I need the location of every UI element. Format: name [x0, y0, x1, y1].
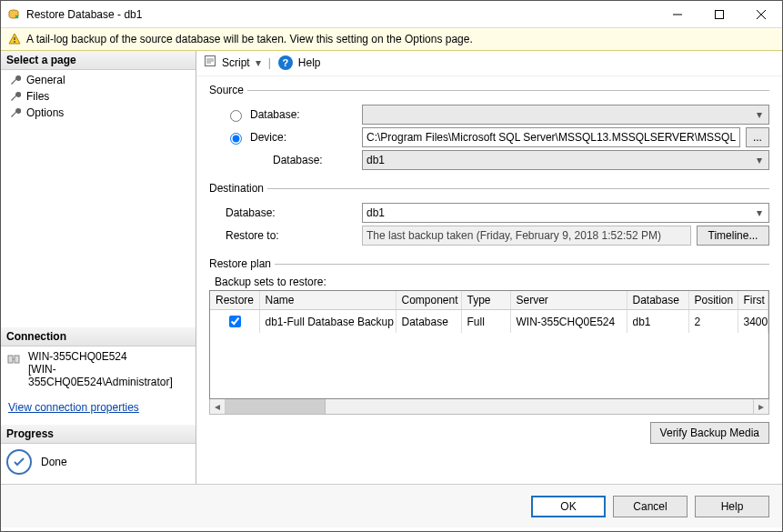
progress-header: Progress — [1, 425, 196, 444]
cell-component: Database — [396, 310, 461, 334]
restore-plan-group: Restore plan Backup sets to restore: Res… — [209, 257, 769, 475]
cell-first-lsn: 34000000134400 — [738, 310, 768, 334]
cancel-button[interactable]: Cancel — [613, 496, 688, 517]
minimize-button[interactable] — [657, 1, 698, 28]
cell-database: db1 — [627, 310, 688, 334]
help-button[interactable]: Help — [298, 56, 321, 69]
page-label: Files — [26, 90, 49, 103]
source-database-combo[interactable]: ▾ — [362, 105, 769, 125]
window-title: Restore Database - db1 — [26, 8, 657, 21]
connection-server: WIN-355CHQ0E524 — [28, 350, 190, 363]
chevron-down-icon: ▾ — [752, 107, 767, 122]
view-connection-properties-link[interactable]: View connection properties — [8, 401, 139, 414]
done-icon — [6, 449, 32, 475]
chevron-down-icon: ▾ — [752, 153, 767, 167]
col-database[interactable]: Database — [627, 291, 688, 310]
warning-icon — [8, 33, 21, 45]
col-component[interactable]: Component — [396, 291, 461, 310]
connection-info: WIN-355CHQ0E524 [WIN-355CHQ0E524\Adminis… — [1, 346, 196, 397]
source-database-radio[interactable] — [230, 110, 242, 122]
page-label: Options — [26, 106, 64, 119]
warning-bar: A tail-log backup of the source database… — [1, 28, 782, 51]
cell-type: Full — [461, 310, 510, 334]
backup-sets-table: Restore Name Component Type Server Datab… — [209, 290, 769, 399]
source-db-sub-label: Database: — [273, 154, 323, 166]
svg-rect-2 — [716, 10, 724, 18]
help-icon: ? — [278, 55, 293, 70]
page-list: General Files Options — [1, 70, 196, 128]
page-options[interactable]: Options — [5, 105, 192, 121]
cell-position: 2 — [688, 310, 738, 334]
cell-name: db1-Full Database Backup — [259, 310, 396, 334]
help-button[interactable]: Help — [695, 496, 769, 517]
source-device-radio[interactable] — [230, 133, 242, 145]
scroll-left-icon[interactable]: ◂ — [210, 399, 226, 414]
script-dropdown-arrow[interactable]: ▾ — [256, 56, 261, 69]
source-db-sub-combo[interactable]: db1 ▾ — [362, 150, 769, 170]
browse-device-button[interactable]: ... — [746, 127, 769, 147]
restore-to-field — [362, 226, 691, 246]
source-database-label: Database: — [250, 108, 300, 121]
scroll-thumb[interactable] — [226, 399, 326, 414]
page-files[interactable]: Files — [5, 88, 192, 105]
source-db-sub-value: db1 — [366, 154, 385, 166]
app-icon — [6, 7, 21, 22]
connection-user: [WIN-355CHQ0E524\Administrator] — [28, 363, 190, 388]
wrench-icon — [10, 75, 21, 85]
select-page-header: Select a page — [1, 51, 196, 70]
script-button[interactable]: Script — [222, 56, 250, 69]
page-label: General — [26, 74, 65, 86]
restore-to-label: Restore to: — [226, 229, 279, 242]
wrench-icon — [10, 91, 21, 102]
backup-sets-subheader: Backup sets to restore: — [209, 276, 769, 288]
destination-database-value: db1 — [366, 206, 385, 219]
server-icon — [6, 352, 21, 366]
content-pane: Script ▾ | ? Help Source Database: ▾ — [196, 51, 782, 484]
col-type[interactable]: Type — [461, 291, 510, 310]
ok-button[interactable]: OK — [531, 496, 606, 517]
timeline-button[interactable]: Timeline... — [697, 226, 769, 246]
page-general[interactable]: General — [5, 72, 192, 88]
col-position[interactable]: Position — [688, 291, 738, 310]
source-legend: Source — [209, 84, 247, 96]
cell-server: WIN-355CHQ0E524 — [510, 310, 627, 334]
verify-backup-media-button[interactable]: Verify Backup Media — [650, 422, 769, 444]
col-server[interactable]: Server — [510, 291, 627, 310]
svg-line-4 — [757, 10, 766, 19]
col-name[interactable]: Name — [259, 291, 396, 310]
source-device-label: Device: — [250, 131, 286, 144]
destination-group: Destination Database: db1 ▾ Restore to: … — [209, 182, 769, 248]
table-horizontal-scrollbar[interactable]: ◂ ▸ — [209, 399, 769, 415]
restore-plan-legend: Restore plan — [209, 257, 275, 270]
close-button[interactable] — [740, 1, 782, 28]
wrench-icon — [10, 107, 21, 118]
dialog-footer: OK Cancel Help — [1, 484, 782, 527]
chevron-down-icon: ▾ — [752, 206, 767, 220]
content-toolbar: Script ▾ | ? Help — [196, 51, 782, 76]
script-icon — [204, 55, 216, 70]
table-header-row: Restore Name Component Type Server Datab… — [210, 291, 768, 310]
titlebar: Restore Database - db1 — [1, 1, 782, 28]
warning-text: A tail-log backup of the source database… — [26, 33, 473, 45]
destination-database-combo[interactable]: db1 ▾ — [362, 203, 769, 223]
col-first-lsn[interactable]: First LSN — [738, 291, 768, 310]
svg-rect-8 — [15, 356, 19, 363]
source-group: Source Database: ▾ Device: — [209, 84, 769, 173]
svg-line-3 — [757, 10, 766, 19]
progress-status-box: Done — [1, 444, 196, 484]
svg-rect-7 — [8, 356, 13, 363]
progress-status-text: Done — [41, 456, 67, 468]
restore-checkbox[interactable] — [229, 316, 241, 327]
col-restore[interactable]: Restore — [210, 291, 259, 310]
destination-legend: Destination — [209, 182, 267, 195]
sidebar: Select a page General Files Options — [1, 51, 196, 484]
scroll-right-icon[interactable]: ▸ — [753, 399, 768, 414]
svg-point-6 — [14, 41, 15, 43]
connection-header: Connection — [1, 327, 196, 346]
separator: | — [266, 56, 273, 69]
table-row[interactable]: db1-Full Database Backup Database Full W… — [210, 310, 768, 334]
destination-database-label: Database: — [226, 206, 276, 219]
source-device-path[interactable] — [362, 127, 740, 147]
maximize-button[interactable] — [698, 1, 740, 28]
